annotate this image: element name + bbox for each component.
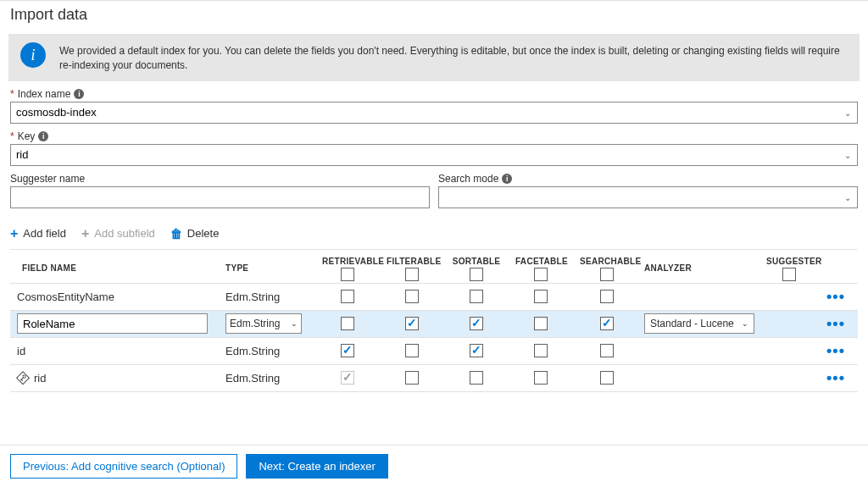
add-field-button[interactable]: + Add field bbox=[10, 227, 66, 241]
info-text: We provided a default index for you. You… bbox=[59, 42, 848, 73]
checkbox[interactable] bbox=[405, 268, 419, 281]
sortable-checkbox[interactable] bbox=[470, 290, 483, 303]
key-label: * Key i bbox=[10, 130, 858, 142]
col-retrievable[interactable]: Retrievable bbox=[315, 252, 380, 281]
searchable-checkbox[interactable] bbox=[600, 317, 614, 330]
page-title: Import data bbox=[0, 0, 868, 27]
previous-button[interactable]: Previous: Add cognitive search (Optional… bbox=[10, 454, 237, 479]
key-input[interactable] bbox=[10, 144, 858, 166]
sortable-checkbox[interactable] bbox=[470, 371, 483, 385]
type-label: Edm.String bbox=[222, 345, 315, 357]
more-icon[interactable]: ••• bbox=[819, 288, 853, 306]
facetable-checkbox[interactable] bbox=[534, 371, 548, 385]
index-name-input[interactable] bbox=[10, 102, 858, 124]
facetable-checkbox[interactable] bbox=[534, 344, 548, 357]
index-name-label: * Index name i bbox=[10, 88, 858, 100]
col-suggester[interactable]: Suggester bbox=[760, 252, 819, 281]
table-row[interactable]: idEdm.String••• bbox=[10, 338, 858, 365]
next-button[interactable]: Next: Create an indexer bbox=[246, 454, 387, 479]
field-name-label: id bbox=[17, 345, 25, 357]
retrievable-checkbox[interactable] bbox=[341, 317, 354, 330]
searchable-checkbox[interactable] bbox=[600, 344, 614, 357]
plus-icon: + bbox=[81, 227, 89, 241]
more-icon[interactable]: ••• bbox=[819, 315, 853, 333]
col-sortable[interactable]: Sortable bbox=[444, 252, 509, 281]
sortable-checkbox[interactable] bbox=[470, 344, 483, 357]
filterable-checkbox[interactable] bbox=[405, 290, 419, 303]
col-analyzer: Analyzer bbox=[641, 258, 760, 274]
analyzer-select[interactable]: Standard - Lucene⌄ bbox=[644, 313, 754, 334]
searchable-checkbox[interactable] bbox=[600, 290, 614, 303]
field-name-label: rid bbox=[34, 372, 46, 385]
more-icon[interactable]: ••• bbox=[819, 369, 853, 387]
filterable-checkbox[interactable] bbox=[405, 317, 419, 330]
info-icon: i bbox=[20, 42, 46, 68]
table-header: Field Name Type Retrievable Filterable S… bbox=[10, 250, 858, 284]
search-mode-label: Search mode i bbox=[438, 173, 858, 185]
chevron-down-icon: ⌄ bbox=[291, 319, 298, 328]
table-row[interactable]: Edm.String⌄Standard - Lucene⌄••• bbox=[10, 311, 858, 338]
field-name-label: CosmosEntityName bbox=[17, 291, 114, 303]
type-label: Edm.String bbox=[222, 291, 315, 303]
col-filterable[interactable]: Filterable bbox=[380, 252, 444, 281]
checkbox[interactable] bbox=[600, 268, 614, 281]
chevron-down-icon: ⌄ bbox=[742, 319, 748, 328]
info-banner: i We provided a default index for you. Y… bbox=[8, 34, 860, 81]
retrievable-checkbox bbox=[341, 371, 354, 385]
checkbox[interactable] bbox=[470, 268, 483, 281]
searchable-checkbox[interactable] bbox=[600, 371, 614, 385]
retrievable-checkbox[interactable] bbox=[341, 344, 354, 357]
search-mode-input[interactable] bbox=[438, 186, 858, 208]
table-row[interactable]: CosmosEntityNameEdm.String••• bbox=[10, 284, 858, 311]
fields-table: Field Name Type Retrievable Filterable S… bbox=[10, 249, 858, 392]
table-row[interactable]: ⚿ridEdm.String••• bbox=[10, 365, 858, 392]
checkbox[interactable] bbox=[782, 268, 796, 281]
filterable-checkbox[interactable] bbox=[405, 371, 419, 385]
retrievable-checkbox[interactable] bbox=[341, 290, 354, 303]
plus-icon: + bbox=[10, 227, 18, 241]
info-icon[interactable]: i bbox=[74, 89, 84, 99]
suggester-name-input[interactable] bbox=[10, 186, 430, 208]
info-icon[interactable]: i bbox=[38, 131, 48, 141]
type-select[interactable]: Edm.String⌄ bbox=[225, 313, 302, 334]
sortable-checkbox[interactable] bbox=[470, 317, 483, 330]
field-name-input[interactable] bbox=[17, 313, 208, 334]
key-icon: ⚿ bbox=[14, 368, 31, 386]
delete-button[interactable]: 🗑 Delete bbox=[170, 227, 220, 240]
facetable-checkbox[interactable] bbox=[534, 290, 548, 303]
col-type: Type bbox=[222, 258, 315, 274]
add-subfield-button: + Add subfield bbox=[81, 227, 155, 241]
checkbox[interactable] bbox=[534, 268, 548, 281]
trash-icon: 🗑 bbox=[170, 228, 182, 240]
filterable-checkbox[interactable] bbox=[405, 344, 419, 357]
type-label: Edm.String bbox=[222, 372, 315, 385]
info-icon[interactable]: i bbox=[502, 174, 512, 184]
more-icon[interactable]: ••• bbox=[819, 342, 853, 360]
col-field-name: Field Name bbox=[10, 258, 222, 274]
col-facetable[interactable]: Facetable bbox=[509, 252, 573, 281]
facetable-checkbox[interactable] bbox=[534, 317, 548, 330]
suggester-name-label: Suggester name bbox=[10, 173, 430, 185]
col-searchable[interactable]: Searchable bbox=[573, 252, 641, 281]
checkbox[interactable] bbox=[341, 268, 354, 281]
